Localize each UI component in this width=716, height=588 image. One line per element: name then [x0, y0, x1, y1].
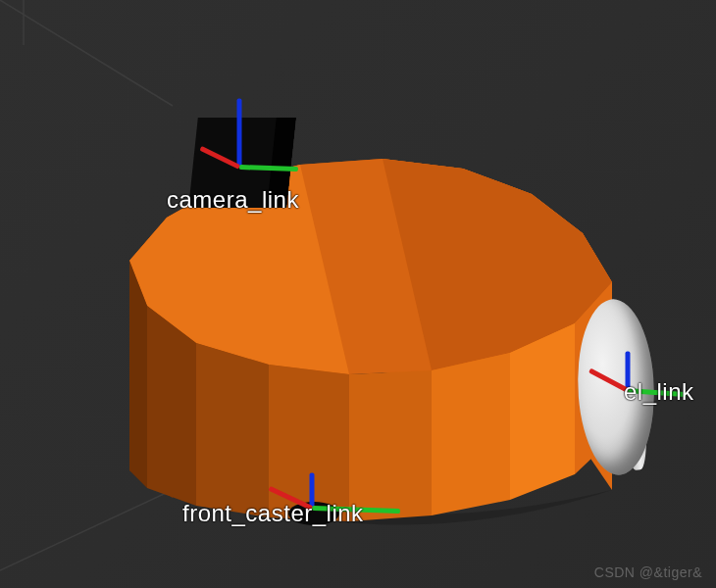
- rviz-viewport[interactable]: camera_link front_caster_link el_link CS…: [0, 0, 716, 588]
- tf-label-camera-link: camera_link: [167, 186, 299, 214]
- tf-label-front-caster-link: front_caster_link: [182, 500, 364, 527]
- tf-label-el-link: el_link: [624, 378, 694, 406]
